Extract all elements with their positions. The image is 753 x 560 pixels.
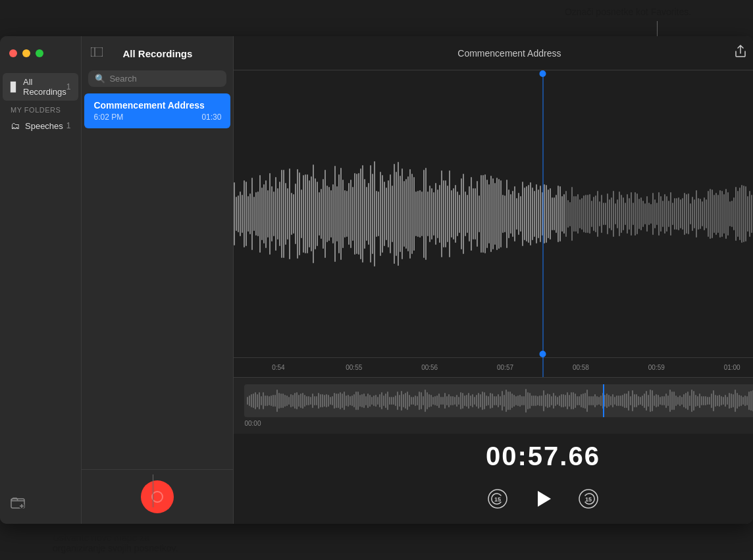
timecode-4: 00:58 [543, 364, 619, 371]
timecode-1: 00:55 [316, 364, 392, 371]
search-bar: 🔍 [88, 70, 226, 87]
play-button[interactable] [529, 484, 558, 513]
recording-duration: 01:30 [201, 113, 221, 122]
timecode-0: 0:54 [240, 364, 316, 371]
bottom-callout-text: Ustvarite nove mape za organiziranje svo… [53, 532, 178, 553]
timecode-3: 00:57 [467, 364, 543, 371]
new-folder-button[interactable] [8, 493, 28, 516]
top-callout-text: Označi posnetke kot Favorites. [542, 7, 714, 17]
titlebar [0, 36, 81, 70]
record-button[interactable] [141, 480, 174, 513]
skip-back-button[interactable]: 15 [486, 488, 509, 510]
search-input[interactable] [109, 74, 220, 84]
all-recordings-count: 1 [66, 82, 71, 91]
svg-text:15: 15 [494, 496, 501, 503]
svg-rect-4 [91, 47, 103, 57]
minimize-button[interactable] [22, 49, 30, 57]
my-folders-heading: My Folders [0, 101, 81, 116]
close-button[interactable] [9, 49, 17, 57]
speeches-label: Speeches [25, 121, 66, 131]
middle-panel-title: All Recordings [123, 48, 193, 59]
recording-meta: 6:02 PM 01:30 [93, 113, 221, 122]
svg-marker-20 [538, 491, 551, 507]
overview-section: 00:00 01:30 [234, 377, 753, 434]
bottom-callout-line [153, 474, 153, 507]
record-button-inner [151, 491, 163, 503]
timecode-5: 00:59 [619, 364, 694, 371]
timecode-ruler: 0:54 00:55 00:56 00:57 00:58 00:59 01:00… [234, 357, 753, 377]
sidebar-item-speeches[interactable]: 🗂 Speeches 1 [3, 116, 78, 135]
toolbar-actions: Edit [735, 45, 753, 61]
recording-list: Commencement Address 6:02 PM 01:30 [82, 93, 233, 469]
playhead [542, 70, 543, 377]
sidebar-toggle-button[interactable] [91, 47, 103, 59]
playhead-bottom-dot [540, 351, 546, 357]
overview-waveform[interactable] [244, 384, 753, 417]
overview-labels: 00:00 01:30 [244, 420, 753, 427]
playback-controls: 15 15 [234, 476, 753, 524]
sidebar-items: ▊ All Recordings 1 My Folders 🗂 Speeches… [0, 70, 81, 485]
overview-playhead [603, 384, 604, 417]
speeches-count: 1 [66, 121, 71, 130]
app-window: ▊ All Recordings 1 My Folders 🗂 Speeches… [0, 36, 753, 524]
main-content: Commencement Address [234, 36, 753, 524]
timecode-6: 01:00 [694, 364, 753, 371]
sidebar-left: ▊ All Recordings 1 My Folders 🗂 Speeches… [0, 36, 82, 524]
search-icon: 🔍 [95, 74, 105, 84]
middle-bottom [82, 469, 233, 524]
maximize-button[interactable] [36, 49, 43, 57]
waveform-main[interactable]: 0:54 00:55 00:56 00:57 00:58 00:59 01:00… [234, 70, 753, 377]
waveform-bars [234, 70, 753, 357]
recording-time: 6:02 PM [93, 113, 123, 122]
waveform-icon: ▊ [11, 82, 18, 92]
main-recording-title: Commencement Address [284, 48, 735, 59]
svg-text:15: 15 [585, 496, 592, 503]
all-recordings-label: All Recordings [23, 77, 66, 97]
folder-icon: 🗂 [11, 120, 20, 131]
skip-forward-button[interactable]: 15 [577, 488, 600, 510]
overview-start: 00:00 [244, 420, 261, 427]
playhead-top-dot [540, 70, 546, 77]
main-toolbar: Commencement Address [234, 36, 753, 70]
middle-panel: All Recordings 🔍 Commencement Address 6:… [82, 36, 234, 524]
middle-header: All Recordings [82, 36, 233, 70]
timer-display: 00:57.66 [234, 434, 753, 476]
sidebar-bottom [0, 485, 81, 524]
recording-title: Commencement Address [93, 100, 221, 111]
timecode-2: 00:56 [392, 364, 467, 371]
sidebar-item-all-recordings[interactable]: ▊ All Recordings 1 [3, 73, 78, 101]
recording-item[interactable]: Commencement Address 6:02 PM 01:30 [84, 93, 230, 128]
share-button[interactable] [735, 45, 746, 61]
